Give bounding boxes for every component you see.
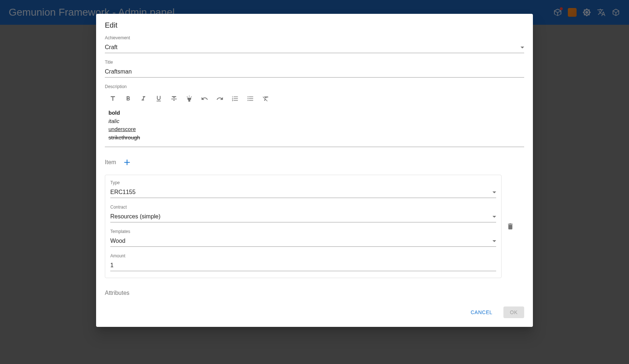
achievement-field: Achievement Craft [105,35,524,53]
ok-button[interactable]: OK [503,306,524,318]
templates-field: Templates Wood [110,229,496,247]
dialog-content: Achievement Craft Title Description [96,32,533,299]
title-label: Title [105,60,524,65]
dialog-title: Edit [96,14,533,32]
chevron-down-icon [492,240,496,242]
type-select[interactable]: ERC1155 [110,187,496,198]
contract-select[interactable]: Resources (simple) [110,211,496,222]
contract-value: Resources (simple) [110,213,161,220]
attributes-label: Attributes [105,290,524,296]
delete-item-button[interactable] [506,222,515,231]
plus-icon [122,158,132,167]
rte-italic-icon[interactable] [139,94,148,103]
chevron-down-icon [521,47,524,48]
rte-underline-icon[interactable] [154,94,163,103]
achievement-value: Craft [105,44,118,51]
chevron-down-icon [492,216,496,218]
rte-text-icon[interactable] [108,94,117,103]
templates-value: Wood [110,238,126,244]
trash-icon [506,222,514,230]
title-field: Title [105,60,524,78]
rte-undo-icon[interactable] [200,94,209,103]
rte-redo-icon[interactable] [215,94,224,103]
type-field: Type ERC1155 [110,180,496,198]
rte-line-bold: bold [108,109,521,117]
achievement-label: Achievement [105,35,524,40]
contract-label: Contract [110,205,496,210]
rte-line-underline: underscore [108,125,521,134]
item-section-label: Item [105,159,116,166]
rte-editor[interactable]: bold italic underscore strikethrough [105,107,524,147]
amount-label: Amount [110,253,496,258]
cancel-button[interactable]: CANCEL [464,306,499,318]
templates-label: Templates [110,229,496,234]
rte-strikethrough-icon[interactable] [170,94,178,103]
rte-highlight-icon[interactable] [185,94,194,103]
item-section-header: Item [105,157,524,167]
type-value: ERC1155 [110,189,135,195]
type-label: Type [110,180,496,185]
rte-list-bulleted-icon[interactable] [246,94,255,103]
chevron-down-icon [492,191,496,193]
title-input[interactable] [105,66,524,78]
rte-line-strike: strikethrough [108,134,521,142]
rte-list-numbered-icon[interactable] [231,94,240,103]
templates-select[interactable]: Wood [110,236,496,247]
add-item-button[interactable] [122,157,132,167]
dialog-actions: CANCEL OK [96,299,533,327]
amount-input[interactable] [110,260,496,271]
rte-toolbar [105,91,524,107]
rte-line-italic: italic [108,117,521,126]
description-field: Description bold italic [105,84,524,147]
edit-dialog: Edit Achievement Craft Title Description [96,14,533,327]
rte-bold-icon[interactable] [124,94,132,103]
rte-clear-format-icon[interactable] [261,94,270,103]
modal-overlay: Edit Achievement Craft Title Description [0,0,629,364]
amount-field: Amount [110,253,496,271]
achievement-select[interactable]: Craft [105,42,524,53]
item-row: Type ERC1155 Contract Resources (simple) [105,175,524,278]
description-label: Description [105,84,524,89]
contract-field: Contract Resources (simple) [110,205,496,222]
item-card: Type ERC1155 Contract Resources (simple) [105,175,502,278]
